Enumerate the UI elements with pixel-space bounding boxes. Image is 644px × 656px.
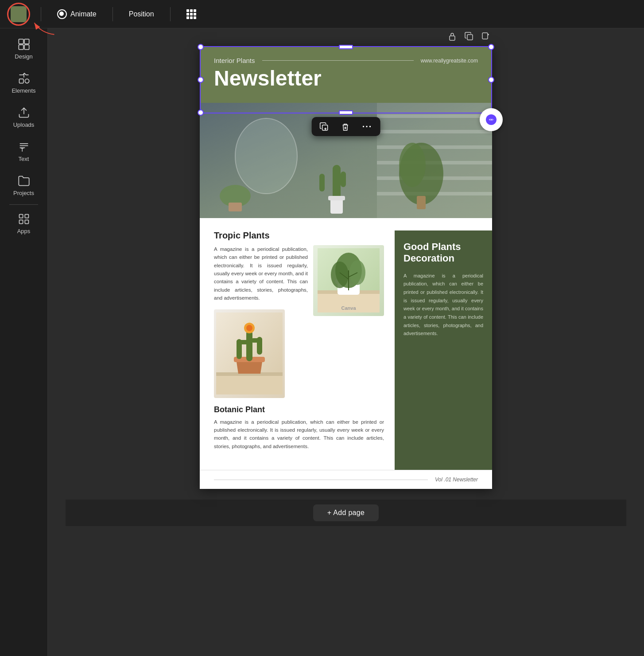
svg-rect-61 [237, 340, 252, 344]
design-icon [18, 38, 30, 51]
svg-point-39 [399, 143, 426, 187]
svg-rect-42 [229, 203, 242, 211]
elements-icon [18, 72, 30, 85]
duplicate-icon[interactable] [463, 30, 475, 43]
svg-rect-13 [450, 36, 455, 40]
canva-watermark: Canva [341, 305, 356, 311]
canvas-area[interactable]: Interior Plants www.reallygreatsite.com … [48, 28, 644, 656]
svg-rect-36 [330, 198, 343, 214]
svg-point-64 [246, 325, 252, 331]
svg-rect-37 [328, 196, 345, 200]
svg-rect-62 [252, 338, 262, 343]
animate-button[interactable]: Animate [52, 6, 102, 23]
good-plants-title: Good Plants Decoration [403, 241, 483, 265]
delete-button[interactable] [335, 118, 356, 136]
uploads-label: Uploads [13, 121, 35, 128]
handle-tc[interactable] [339, 45, 353, 49]
svg-rect-15 [482, 33, 488, 39]
ai-assistant-button[interactable] [480, 108, 503, 131]
svg-rect-2 [24, 39, 29, 44]
plant-1-svg [318, 248, 380, 312]
position-button[interactable]: Position [124, 7, 159, 22]
elements-label: Elements [12, 87, 35, 94]
left-col: Tropic Plants [200, 230, 395, 470]
sidebar-item-elements[interactable]: Elements [0, 66, 47, 100]
header-subtitle: Interior Plants [214, 57, 255, 64]
svg-rect-33 [333, 165, 341, 200]
good-plants-body: A magazine is a periodical publication, … [403, 272, 483, 338]
newsletter-header[interactable]: Interior Plants www.reallygreatsite.com … [200, 46, 492, 103]
botanic-plant-section: Botanic Plant A magazine is a periodical… [214, 309, 384, 458]
sidebar-item-design[interactable]: Design [0, 32, 47, 66]
svg-rect-35 [341, 172, 346, 187]
copy-button[interactable] [314, 118, 335, 136]
lock-icon[interactable] [446, 30, 458, 43]
color-swatch-ring [7, 3, 30, 26]
svg-rect-34 [319, 174, 325, 191]
apps-icon [18, 213, 30, 225]
arrow-indicator [31, 15, 58, 37]
floating-toolbar: ··· [312, 117, 380, 136]
handle-ml[interactable] [198, 77, 204, 83]
svg-point-32 [235, 118, 297, 194]
document: Interior Plants www.reallygreatsite.com … [200, 46, 492, 489]
svg-rect-11 [19, 220, 23, 223]
design-label: Design [15, 53, 32, 60]
add-to-page-icon[interactable] [480, 30, 492, 43]
sidebar-item-text[interactable]: T Text [0, 134, 47, 168]
svg-rect-1 [19, 39, 23, 44]
svg-text:T: T [21, 147, 24, 152]
svg-rect-12 [25, 220, 28, 223]
header-website: www.reallygreatsite.com [421, 58, 478, 64]
color-swatch-container [7, 3, 30, 26]
sidebar-item-uploads[interactable]: Uploads [0, 100, 47, 134]
animate-label: Animate [70, 10, 97, 18]
svg-rect-5 [19, 79, 23, 83]
sidebar-separator [9, 204, 38, 205]
svg-rect-10 [25, 215, 28, 218]
animate-icon [57, 9, 67, 19]
color-swatch[interactable] [11, 6, 27, 22]
document-corner-icons [446, 30, 492, 43]
svg-point-49 [331, 262, 349, 288]
header-inline-divider [262, 60, 414, 61]
svg-rect-9 [19, 215, 23, 218]
footer-line [214, 480, 428, 480]
main-area: Design Elements Uploads T T [0, 28, 644, 656]
botanic-plant-body: A magazine is a periodical publication, … [214, 418, 384, 451]
svg-rect-4 [24, 45, 29, 50]
more-options-icon: ··· [362, 121, 372, 132]
projects-icon [18, 175, 30, 187]
sidebar-item-apps[interactable]: Apps [0, 207, 47, 241]
toolbar-divider-3 [170, 7, 171, 21]
top-toolbar: Animate Position [0, 0, 644, 28]
svg-rect-16 [322, 125, 328, 130]
grid-view-button[interactable] [181, 6, 202, 23]
grid-icon [186, 9, 196, 19]
handle-tr[interactable] [488, 44, 494, 50]
add-page-bar: + Add page [66, 500, 626, 526]
handle-mr[interactable] [488, 77, 494, 83]
add-page-button[interactable]: + Add page [313, 504, 379, 521]
projects-label: Projects [13, 190, 34, 196]
svg-rect-3 [19, 45, 23, 50]
plant-2-svg [216, 312, 283, 394]
newsletter-title: Newsletter [214, 67, 478, 90]
svg-point-23 [491, 119, 492, 121]
svg-rect-55 [216, 375, 283, 394]
svg-point-6 [25, 79, 29, 83]
plant-image-2 [214, 309, 285, 398]
toolbar-divider-2 [113, 7, 113, 21]
svg-rect-14 [467, 35, 473, 40]
uploads-icon [18, 106, 30, 119]
handle-tl[interactable] [198, 44, 204, 50]
document-footer: Vol .01 Newsletter [200, 470, 492, 489]
header-top: Interior Plants www.reallygreatsite.com [214, 57, 478, 64]
sidebar-item-projects[interactable]: Projects [0, 168, 47, 203]
tropic-plants-section: Tropic Plants [214, 230, 384, 302]
content-section: Tropic Plants [200, 218, 492, 470]
text-icon: T [18, 141, 30, 153]
svg-rect-40 [417, 196, 426, 209]
more-options-button[interactable]: ··· [356, 117, 379, 136]
apps-label: Apps [17, 228, 31, 234]
